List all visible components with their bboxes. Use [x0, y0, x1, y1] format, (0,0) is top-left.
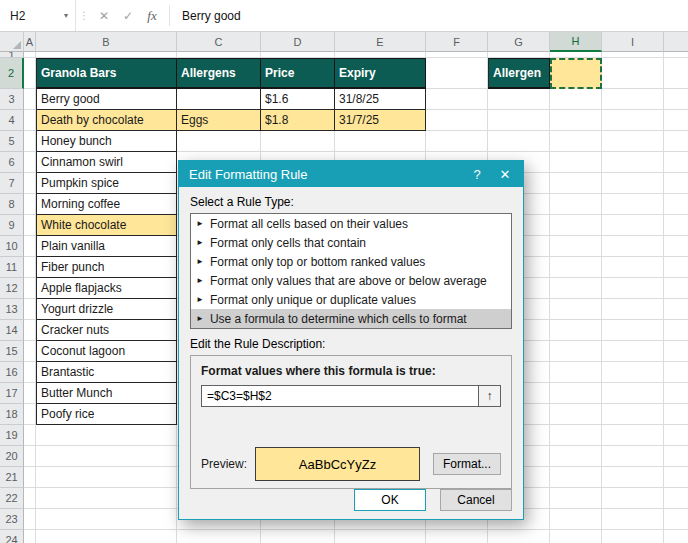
cell-D4[interactable]: $1.8 [261, 110, 335, 131]
column-header-A[interactable]: A [24, 32, 36, 52]
cell-blank-15[interactable] [664, 341, 688, 362]
cell-D5[interactable] [261, 131, 335, 152]
cell-H9[interactable] [550, 215, 602, 236]
cell-I4[interactable] [602, 110, 664, 131]
cell-H13[interactable] [550, 299, 602, 320]
cell-blank-5[interactable] [664, 131, 688, 152]
cell-A20[interactable] [24, 446, 36, 467]
row-header-6[interactable]: 6 [0, 152, 24, 173]
cell-B20[interactable] [36, 446, 177, 467]
cell-I20[interactable] [602, 446, 664, 467]
cell-F24[interactable] [426, 530, 488, 543]
rule-type-item-2[interactable]: ► Format only top or bottom ranked value… [191, 252, 511, 271]
cell-B22[interactable] [36, 488, 177, 509]
cell-A8[interactable] [24, 194, 36, 215]
column-header-B[interactable]: B [36, 32, 177, 52]
cell-B8[interactable]: Morning coffee [36, 194, 177, 215]
column-header-blank[interactable] [664, 32, 688, 52]
cell-blank-3[interactable] [664, 89, 688, 110]
cell-I17[interactable] [602, 383, 664, 404]
format-button[interactable]: Format... [433, 453, 501, 475]
cell-C4[interactable]: Eggs [177, 110, 261, 131]
cell-F2[interactable] [426, 58, 488, 89]
cell-H20[interactable] [550, 446, 602, 467]
cell-H24[interactable] [550, 530, 602, 543]
cell-blank-9[interactable] [664, 215, 688, 236]
cell-B12[interactable]: Apple flapjacks [36, 278, 177, 299]
cell-B21[interactable] [36, 467, 177, 488]
row-header-4[interactable]: 4 [0, 110, 24, 131]
cell-blank-22[interactable] [664, 488, 688, 509]
cancel-icon[interactable]: ✕ [92, 0, 116, 31]
cell-H3[interactable] [550, 89, 602, 110]
cell-A9[interactable] [24, 215, 36, 236]
cell-blank-2[interactable] [664, 58, 688, 89]
cell-H11[interactable] [550, 257, 602, 278]
cell-A13[interactable] [24, 299, 36, 320]
cell-A19[interactable] [24, 425, 36, 446]
cell-G24[interactable] [488, 530, 550, 543]
cell-blank-23[interactable] [664, 509, 688, 530]
help-icon[interactable]: ? [463, 161, 491, 187]
row-header-19[interactable]: 19 [0, 425, 24, 446]
row-header-2[interactable]: 2 [0, 58, 24, 89]
cell-blank-16[interactable] [664, 362, 688, 383]
cell-G4[interactable] [488, 110, 550, 131]
insert-function-icon[interactable]: fx [140, 0, 164, 31]
cancel-button[interactable]: Cancel [440, 489, 512, 511]
cell-H6[interactable] [550, 152, 602, 173]
cell-D2[interactable]: Price [261, 58, 335, 89]
cell-B9[interactable]: White chocolate [36, 215, 177, 236]
cell-I10[interactable] [602, 236, 664, 257]
rule-formula-input[interactable] [201, 385, 479, 407]
row-header-9[interactable]: 9 [0, 215, 24, 236]
row-header-20[interactable]: 20 [0, 446, 24, 467]
cell-D3[interactable]: $1.6 [261, 89, 335, 110]
cell-H2[interactable] [550, 58, 602, 89]
cell-H23[interactable] [550, 509, 602, 530]
cell-H19[interactable] [550, 425, 602, 446]
cell-H12[interactable] [550, 278, 602, 299]
cell-blank-18[interactable] [664, 404, 688, 425]
cell-B6[interactable]: Cinnamon swirl [36, 152, 177, 173]
cell-I6[interactable] [602, 152, 664, 173]
column-header-C[interactable]: C [177, 32, 261, 52]
cell-A12[interactable] [24, 278, 36, 299]
cell-B19[interactable] [36, 425, 177, 446]
cell-A7[interactable] [24, 173, 36, 194]
column-header-H[interactable]: H [550, 32, 602, 52]
column-header-F[interactable]: F [426, 32, 488, 52]
cell-H21[interactable] [550, 467, 602, 488]
name-box[interactable]: H2 ▾ [0, 0, 76, 31]
dialog-titlebar[interactable]: Edit Formatting Rule ? ✕ [179, 161, 523, 187]
cell-A3[interactable] [24, 89, 36, 110]
cell-B24[interactable] [36, 530, 177, 543]
cell-G5[interactable] [488, 131, 550, 152]
cell-A10[interactable] [24, 236, 36, 257]
cell-I2[interactable] [602, 58, 664, 89]
cell-blank-6[interactable] [664, 152, 688, 173]
cell-I8[interactable] [602, 194, 664, 215]
cell-B18[interactable]: Poofy rice [36, 404, 177, 425]
row-header-23[interactable]: 23 [0, 509, 24, 530]
cell-E2[interactable]: Expiry [335, 58, 426, 89]
cell-blank-20[interactable] [664, 446, 688, 467]
cell-blank-4[interactable] [664, 110, 688, 131]
cell-B5[interactable]: Honey bunch [36, 131, 177, 152]
cell-B7[interactable]: Pumpkin spice [36, 173, 177, 194]
cell-blank-19[interactable] [664, 425, 688, 446]
cell-A22[interactable] [24, 488, 36, 509]
cell-I15[interactable] [602, 341, 664, 362]
rule-type-item-0[interactable]: ► Format all cells based on their values [191, 214, 511, 233]
cell-B15[interactable]: Coconut lagoon [36, 341, 177, 362]
cell-A5[interactable] [24, 131, 36, 152]
cell-A16[interactable] [24, 362, 36, 383]
cell-E5[interactable] [335, 131, 426, 152]
cell-G2[interactable]: Allergen [488, 58, 550, 89]
collapse-dialog-icon[interactable]: ↑ [479, 385, 501, 407]
row-header-16[interactable]: 16 [0, 362, 24, 383]
enter-icon[interactable]: ✓ [116, 0, 140, 31]
ok-button[interactable]: OK [354, 489, 426, 511]
rule-type-item-5-selected[interactable]: ► Use a formula to determine which cells… [191, 309, 511, 328]
cell-F3[interactable] [426, 89, 488, 110]
